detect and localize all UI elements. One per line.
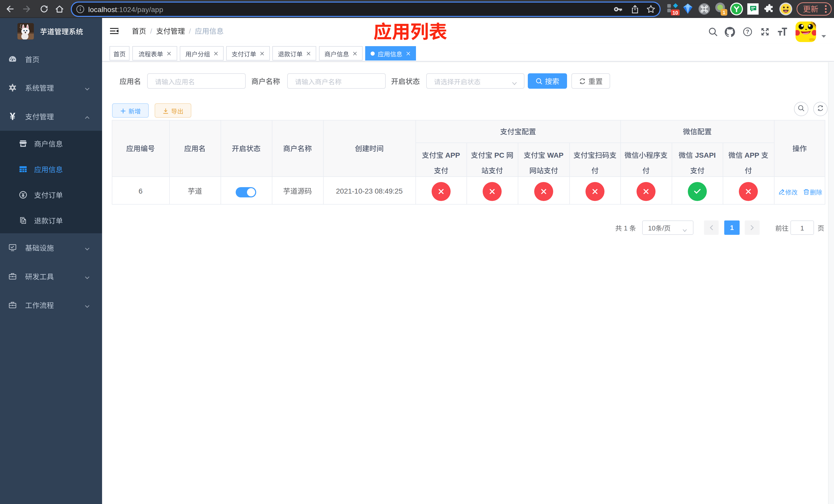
svg-text:1: 1: [723, 10, 725, 15]
svg-text:10: 10: [673, 10, 678, 15]
svg-text:?: ?: [746, 28, 749, 35]
